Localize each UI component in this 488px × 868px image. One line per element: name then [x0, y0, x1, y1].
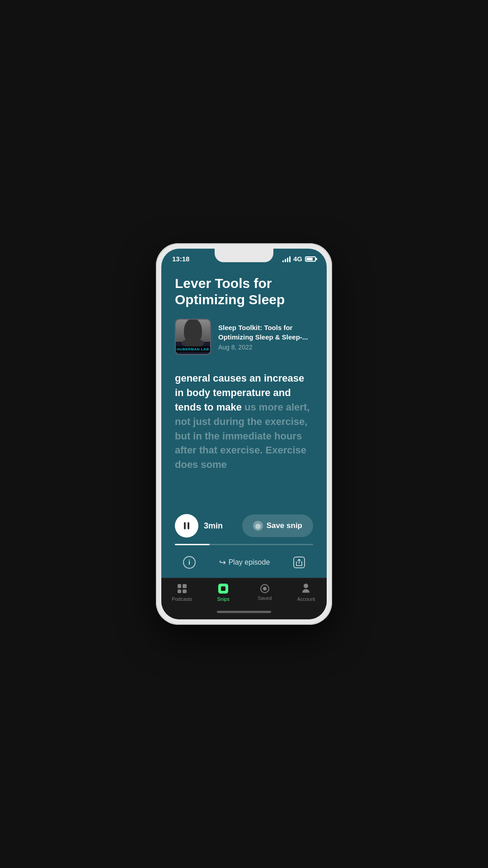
episode-actions: i ↩ Play episode: [175, 552, 313, 572]
info-icon: i: [183, 556, 196, 569]
status-right: 4G: [282, 255, 316, 263]
share-icon: [293, 557, 305, 568]
face-silhouette: [184, 319, 202, 343]
podcast-thumbnail: HUBERMAN LAB: [175, 319, 211, 355]
podcast-episode-name: Sleep Toolkit: Tools for Optimizing Slee…: [218, 323, 313, 342]
snip-tab-icon-bg: [218, 584, 228, 594]
podcast-date: Aug 8, 2022: [218, 344, 313, 351]
notch: [215, 249, 273, 262]
player-left: 3min: [175, 514, 223, 538]
snips-icon: [217, 583, 229, 594]
share-button[interactable]: [290, 553, 309, 572]
signal-bars-icon: [282, 256, 291, 262]
player-section: 3min ◎ Save snip i: [161, 507, 327, 578]
info-button[interactable]: i: [179, 552, 199, 572]
account-icon: [300, 583, 312, 594]
podcast-info: HUBERMAN LAB Sleep Toolkit: Tools for Op…: [175, 319, 313, 355]
main-content: Lever Tools for Optimizing Sleep HUBERMA…: [161, 266, 327, 507]
transcript-area: general causes an increase in body tempe…: [175, 371, 313, 507]
home-indicator: [217, 611, 271, 613]
battery-fill: [306, 258, 313, 260]
save-snip-label: Save snip: [267, 521, 302, 530]
save-snip-button[interactable]: ◎ Save snip: [242, 514, 313, 537]
podcast-text-info: Sleep Toolkit: Tools for Optimizing Slee…: [218, 323, 313, 351]
svg-point-1: [263, 587, 267, 590]
tab-snips[interactable]: Snips: [207, 583, 239, 602]
signal-bar-4: [289, 256, 291, 262]
podcasts-label: Podcasts: [172, 596, 192, 602]
account-label: Account: [297, 596, 315, 602]
pause-button[interactable]: [175, 514, 198, 538]
info-icon-label: i: [188, 559, 190, 566]
network-type: 4G: [293, 255, 302, 263]
podcasts-icon: [176, 583, 188, 594]
pause-bar-right: [188, 522, 189, 529]
signal-bar-1: [282, 260, 284, 262]
saved-label: Saved: [258, 595, 272, 601]
play-episode-label: Play episode: [229, 558, 270, 566]
grid-icon: [178, 584, 187, 593]
tab-saved[interactable]: Saved: [249, 584, 281, 601]
battery-icon: [305, 256, 316, 262]
person-head: [304, 584, 308, 588]
saved-icon: [260, 584, 270, 594]
episode-title: Lever Tools for Optimizing Sleep: [175, 275, 313, 308]
tab-bar: Podcasts Snips Saved: [161, 578, 327, 611]
signal-bar-2: [285, 259, 286, 262]
phone-frame: 13:18 4G Lever Tools for Optimizing Slee…: [156, 243, 332, 625]
person-icon: [301, 584, 311, 594]
person-body: [302, 589, 310, 593]
phone-screen: 13:18 4G Lever Tools for Optimizing Slee…: [161, 249, 327, 619]
snips-label: Snips: [217, 596, 230, 602]
progress-bar-container[interactable]: [175, 544, 313, 545]
progress-bar-fill: [175, 544, 210, 545]
replay-icon: ↩: [219, 557, 226, 567]
status-time: 13:18: [172, 255, 189, 263]
thumbnail-face: [176, 320, 210, 342]
tab-account[interactable]: Account: [290, 583, 322, 602]
signal-bar-3: [287, 258, 288, 262]
tab-podcasts[interactable]: Podcasts: [166, 583, 198, 602]
pause-bar-left: [184, 522, 186, 529]
play-episode-button[interactable]: ↩ Play episode: [216, 554, 274, 571]
thumbnail-label: HUBERMAN LAB: [176, 346, 210, 352]
player-time: 3min: [204, 521, 223, 531]
snip-tab-icon-inner: [221, 586, 225, 591]
home-indicator-container: [161, 611, 327, 619]
player-controls: 3min ◎ Save snip: [175, 514, 313, 538]
snip-icon: ◎: [253, 521, 263, 531]
pause-icon: [184, 522, 189, 529]
